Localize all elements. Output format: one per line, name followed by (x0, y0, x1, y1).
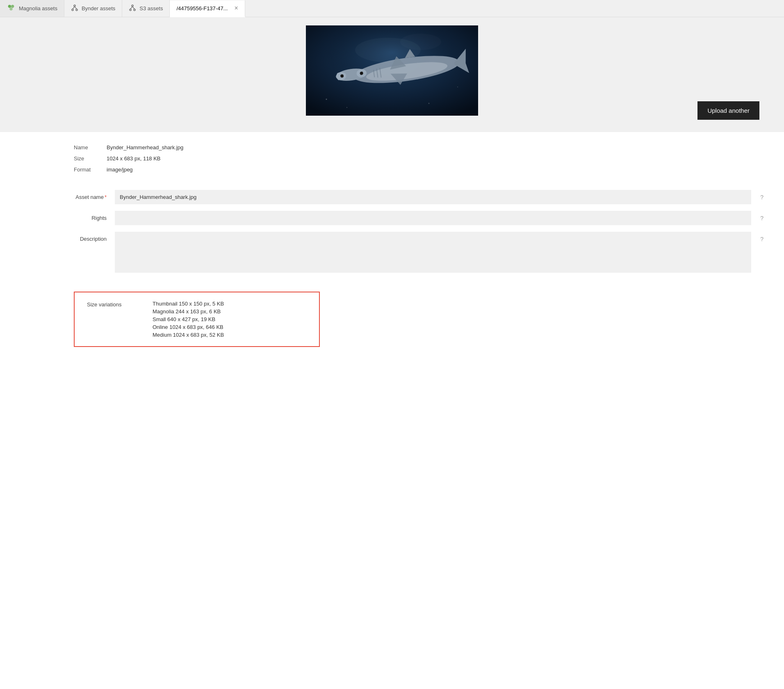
preview-image-container (306, 25, 478, 116)
list-item: Small 640 x 427 px, 19 KB (153, 316, 224, 322)
svg-point-9 (130, 9, 131, 11)
svg-line-7 (75, 7, 77, 9)
svg-point-35 (457, 87, 458, 87)
form-section: Asset name* ? Rights ? Description ? (0, 186, 784, 287)
description-row: Description ? (33, 232, 751, 273)
tab-bynder-assets-label: Bynder assets (82, 5, 115, 11)
svg-point-3 (74, 5, 75, 7)
name-value: Bynder_Hammerhead_shark.jpg (107, 144, 183, 151)
size-variations-label: Size variations (87, 301, 153, 308)
tab-s3-assets-label: S3 assets (139, 5, 163, 11)
tab-bynder-assets[interactable]: Bynder assets (64, 0, 122, 17)
tab-magnolia-assets[interactable]: Magnolia assets (0, 0, 64, 17)
asset-name-label: Asset name* (33, 190, 115, 200)
image-preview-area: Upload another (0, 17, 784, 132)
description-input[interactable] (115, 232, 751, 273)
list-item: Magnolia 244 x 163 px, 6 KB (153, 308, 224, 315)
format-label: Format (74, 167, 107, 173)
tab-file[interactable]: /44759556-F137-47... × (170, 0, 245, 17)
name-label: Name (74, 144, 107, 151)
svg-point-37 (428, 103, 430, 104)
rights-input[interactable] (115, 211, 751, 225)
description-help-icon[interactable]: ? (760, 236, 763, 242)
svg-point-5 (76, 9, 77, 11)
magnolia-icon (7, 3, 16, 14)
rights-row: Rights ? (33, 211, 751, 225)
rights-label: Rights (33, 211, 115, 221)
nodes-icon-s3 (129, 4, 136, 13)
main-content: Upload another Name Bynder_Hammerhead_sh… (0, 17, 784, 689)
svg-line-12 (132, 7, 134, 9)
preview-image (306, 25, 478, 116)
required-star: * (105, 194, 107, 200)
asset-name-help-icon[interactable]: ? (760, 194, 763, 201)
svg-point-2 (9, 7, 12, 10)
svg-point-8 (132, 5, 133, 7)
upload-another-button[interactable]: Upload another (697, 101, 759, 120)
list-item: Online 1024 x 683 px, 646 KB (153, 324, 224, 330)
size-value: 1024 x 683 px, 118 KB (107, 155, 161, 162)
nodes-icon-bynder (71, 4, 78, 13)
meta-format-row: Format image/jpeg (74, 167, 710, 173)
svg-point-1 (11, 5, 14, 8)
svg-point-34 (326, 99, 327, 100)
tab-magnolia-assets-label: Magnolia assets (19, 5, 57, 11)
list-item: Thumbnail 150 x 150 px, 5 KB (153, 301, 224, 307)
tab-close-button[interactable]: × (234, 5, 238, 11)
list-item: Medium 1024 x 683 px, 52 KB (153, 332, 224, 338)
meta-name-row: Name Bynder_Hammerhead_shark.jpg (74, 144, 710, 151)
metadata-section: Name Bynder_Hammerhead_shark.jpg Size 10… (0, 132, 784, 186)
svg-point-10 (134, 9, 135, 11)
format-value: image/jpeg (107, 167, 133, 173)
rights-help-icon[interactable]: ? (760, 215, 763, 221)
asset-name-input[interactable] (115, 190, 751, 204)
size-variations-box: Size variations Thumbnail 150 x 150 px, … (74, 292, 320, 347)
tab-s3-assets[interactable]: S3 assets (122, 0, 170, 17)
svg-point-4 (72, 9, 73, 11)
size-label: Size (74, 155, 107, 162)
svg-point-16 (400, 34, 441, 50)
svg-point-36 (346, 107, 347, 108)
meta-size-row: Size 1024 x 683 px, 118 KB (74, 155, 710, 162)
svg-point-0 (8, 5, 11, 8)
description-label: Description (33, 232, 115, 242)
tab-bar: Magnolia assets Bynder assets S3 a (0, 0, 784, 17)
svg-line-11 (130, 7, 132, 9)
asset-name-row: Asset name* ? (33, 190, 751, 204)
size-variations-list: Thumbnail 150 x 150 px, 5 KB Magnolia 24… (153, 301, 224, 338)
tab-file-label: /44759556-F137-47... (176, 5, 228, 11)
svg-line-6 (73, 7, 75, 9)
size-variations-section: Size variations Thumbnail 150 x 150 px, … (0, 287, 784, 363)
